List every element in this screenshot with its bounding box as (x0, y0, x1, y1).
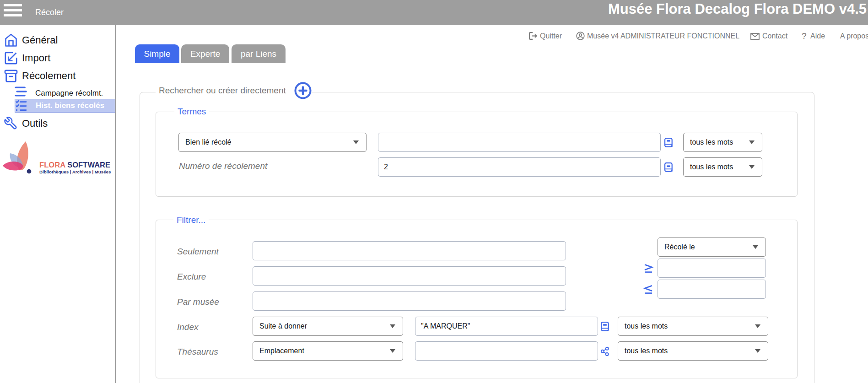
svg-text:FLORA SOFTWARE: FLORA SOFTWARE (39, 161, 110, 169)
svg-text:Bibliothèques | Archives | Mus: Bibliothèques | Archives | Musées (39, 169, 111, 174)
